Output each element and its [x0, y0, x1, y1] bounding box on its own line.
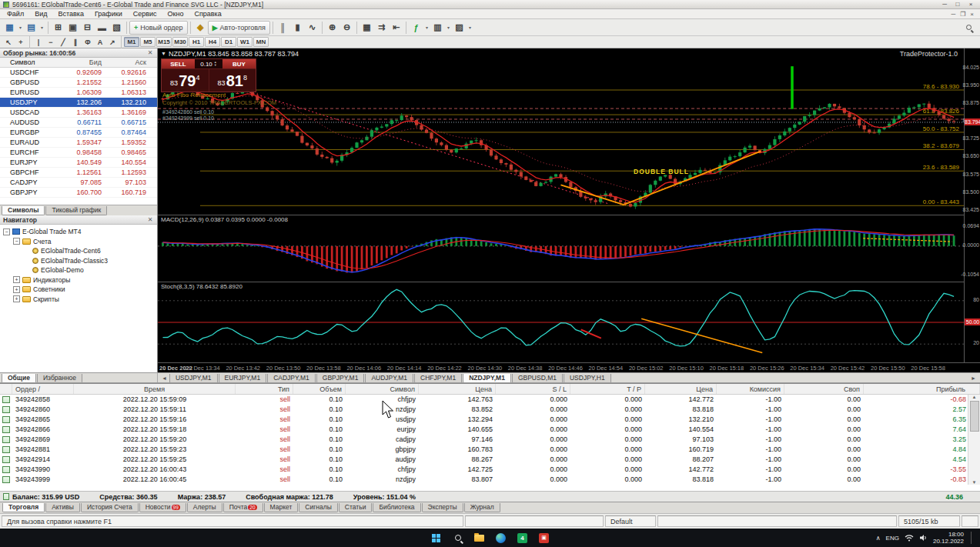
text-tool[interactable]: A — [94, 37, 106, 47]
bars-chart-button[interactable]: ║ — [276, 21, 290, 35]
market-watch-row[interactable]: USDJPY132.206132.210 — [0, 98, 157, 108]
market-watch-row[interactable]: EURAUD1.593471.59352 — [0, 138, 157, 148]
trendline-tool[interactable]: ╱ — [57, 37, 69, 47]
market-watch-row[interactable]: EURJPY140.549140.554 — [0, 158, 157, 168]
order-row[interactable]: 3492439992022.12.20 16:00:45sell0.10nzdj… — [0, 475, 980, 485]
volume-icon[interactable] — [919, 534, 928, 542]
market-watch-close-icon[interactable]: ✕ — [146, 49, 154, 56]
terminal-tab-торговля[interactable]: Торговля — [2, 503, 45, 512]
terminal-tab-статьи[interactable]: Статьи — [339, 503, 373, 512]
market-watch-row[interactable]: USDCAD1.361631.36169 — [0, 108, 157, 118]
terminal-tab-алерты[interactable]: Алерты — [187, 503, 222, 512]
chart-tab[interactable]: AUDJPY,M1 — [365, 374, 413, 382]
timeframe-h4[interactable]: H4 — [205, 37, 220, 47]
market-watch-row[interactable]: CADJPY97.08597.103 — [0, 178, 157, 188]
file-explorer-icon[interactable] — [471, 530, 488, 545]
navigator-tree-item[interactable]: −Счета — [0, 237, 157, 247]
order-row[interactable]: 3492428662022.12.20 15:59:18sell0.10eurj… — [0, 425, 980, 435]
price-chart-pane[interactable]: 78.6 - 83.93061.8 - 83.82650.0 - 83.7523… — [158, 48, 964, 215]
periods-button[interactable]: ▥ — [430, 21, 445, 35]
navigator-tab[interactable]: Общие — [2, 374, 36, 383]
order-row[interactable]: 3492439902022.12.20 16:00:43sell0.10chfj… — [0, 465, 980, 475]
navigator-tree-item[interactable]: −E-Global Trade MT4 — [0, 227, 157, 237]
column-header[interactable]: Объем — [293, 384, 346, 394]
indicators-button[interactable]: ƒ — [409, 21, 423, 35]
navigator-tree-item[interactable]: EGlobalTrade-Classic3 — [0, 256, 157, 266]
tab-scroll-left-icon[interactable]: ◄ — [159, 374, 169, 382]
bid-price-display[interactable]: 83 79 4 — [162, 69, 209, 92]
mdi-close-button[interactable]: × — [970, 11, 974, 18]
arrow-tool[interactable]: ↗ — [106, 37, 119, 47]
chart-shift-button[interactable]: ⇤ — [389, 21, 403, 35]
column-header[interactable] — [0, 384, 12, 394]
order-row[interactable]: 3492428652022.12.20 15:59:16sell0.10usdj… — [0, 415, 980, 425]
terminal-tab-журнал[interactable]: Журнал — [464, 503, 500, 512]
menu-item[interactable]: Вставка — [52, 10, 89, 18]
terminal-toggle[interactable]: ▬ — [95, 21, 109, 35]
market-watch-row[interactable]: EURGBP0.874550.87464 — [0, 128, 157, 138]
column-header[interactable]: T / P — [570, 384, 645, 394]
timeframe-h1[interactable]: H1 — [189, 37, 204, 47]
market-watch-row[interactable]: GBPUSD1.215521.21560 — [0, 78, 157, 88]
templates-dropdown[interactable]: ▾ — [467, 21, 473, 35]
macd-indicator-pane[interactable]: MACD(12,26,9) 0.0387 0.0395 0.0000 -0.00… — [158, 215, 964, 282]
order-row[interactable]: 3492429142022.12.20 15:59:25sell0.10audj… — [0, 455, 980, 465]
terminal-tab-активы[interactable]: Активы — [45, 503, 80, 512]
metaeditor-button[interactable]: ◈ — [193, 21, 208, 35]
mdi-restore-button[interactable]: ❐ — [960, 11, 965, 18]
maximize-button[interactable]: □ — [952, 1, 964, 8]
close-button[interactable]: × — [965, 1, 977, 8]
navigator-tree-item[interactable]: +Индикаторы — [0, 275, 157, 285]
navigator-close-icon[interactable]: ✕ — [146, 216, 154, 223]
taskbar-clock[interactable]: 18:00 20.12.2022 — [933, 531, 964, 545]
fibonacci-tool[interactable]: Φ — [82, 37, 94, 47]
menu-item[interactable]: Сервис — [128, 10, 162, 18]
crosshair-tool[interactable]: + — [15, 37, 27, 47]
search-icon[interactable] — [450, 530, 467, 545]
sell-button[interactable]: SELL — [162, 59, 195, 68]
order-row[interactable]: 3492428602022.12.20 15:59:11sell0.10nzdj… — [0, 405, 980, 415]
terminal-tab-эксперты[interactable]: Эксперты — [422, 503, 463, 512]
navigator-tree-item[interactable]: +Советники — [0, 285, 157, 295]
toolbar-search-icon[interactable] — [966, 25, 972, 30]
stochastic-indicator-pane[interactable]: Stoch(8,3,5) 78.6432 85.8920 — [158, 282, 964, 362]
market-watch-row[interactable]: GBPCHF1.125611.12593 — [0, 168, 157, 178]
menu-item[interactable]: Файл — [2, 10, 29, 18]
market-watch-tab[interactable]: Символы — [2, 206, 45, 215]
chart-tab[interactable]: NZDJPY,M1 — [463, 374, 511, 382]
red-app-icon[interactable]: ▣ — [536, 530, 553, 545]
language-indicator[interactable]: ENG — [886, 535, 899, 542]
order-row[interactable]: 3492428692022.12.20 15:59:20sell0.10cadj… — [0, 435, 980, 445]
column-header[interactable]: Прибыль — [864, 384, 980, 394]
column-header[interactable]: Комиссия — [717, 384, 784, 394]
zoom-in-button[interactable]: ⊕ — [325, 21, 339, 35]
expand-icon[interactable]: + — [13, 295, 20, 302]
show-desktop-button[interactable] — [971, 532, 972, 544]
edge-icon[interactable] — [493, 530, 510, 545]
chart-tab[interactable]: GBPUSD,M1 — [512, 374, 563, 382]
menu-item[interactable]: Вид — [29, 10, 52, 18]
minimize-button[interactable]: ─ — [938, 1, 951, 8]
column-header[interactable]: Символ — [346, 384, 419, 394]
strategy-tester-toggle[interactable]: ▧ — [109, 21, 124, 35]
terminal-tab-библиотека[interactable]: Библиотека — [373, 503, 420, 512]
column-header[interactable]: Время — [74, 384, 236, 394]
new-order-button[interactable]: +Новый ордер — [129, 21, 188, 35]
terminal-tab-сигналы[interactable]: Сигналы — [299, 503, 337, 512]
scrollbar-thumb[interactable] — [970, 401, 979, 432]
volume-stepper[interactable]: ▲▼ — [214, 61, 217, 67]
equidistant-channel-tool[interactable]: ∥ — [69, 37, 82, 47]
chart-tab[interactable]: CHFJPY,M1 — [414, 374, 462, 382]
column-header[interactable]: Цена — [645, 384, 717, 394]
market-watch-row[interactable]: EURUSD1.063091.06313 — [0, 88, 157, 98]
tray-chevron-icon[interactable]: ∧ — [876, 535, 881, 542]
data-window-toggle[interactable]: ▣ — [65, 21, 80, 35]
timeframe-m5[interactable]: M5 — [140, 37, 156, 47]
ask-price-display[interactable]: 83 81 8 — [209, 69, 256, 92]
status-profile[interactable]: Default — [605, 515, 656, 527]
timeframe-m1[interactable]: M1 — [124, 37, 139, 47]
terminal-tab-история-счета[interactable]: История Счета — [81, 503, 139, 512]
market-watch-row[interactable]: EURCHF0.984580.98465 — [0, 148, 157, 158]
volume-input[interactable]: 0.10 ▲▼ — [195, 59, 222, 68]
column-header[interactable]: Ордер / — [12, 384, 74, 394]
